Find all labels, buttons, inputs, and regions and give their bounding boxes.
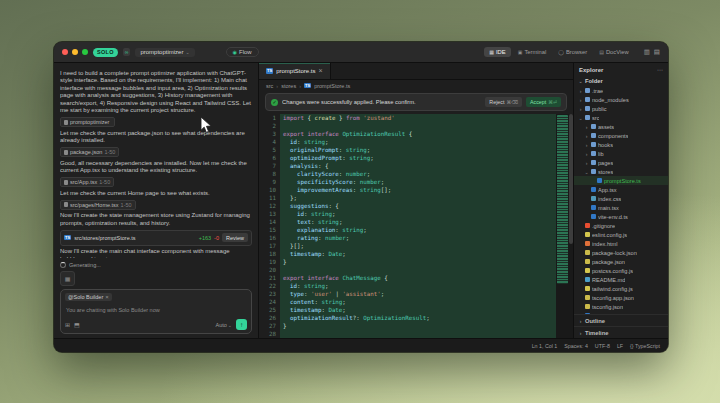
tree-item-index-css[interactable]: index.css xyxy=(574,194,668,203)
tree-item-index-html[interactable]: index.html xyxy=(574,239,668,248)
indentation[interactable]: Spaces: 4 xyxy=(564,343,588,349)
explorer-root[interactable]: ⌄ Folder xyxy=(574,76,668,86)
minimap[interactable] xyxy=(556,114,569,338)
send-button[interactable]: ↑ xyxy=(236,319,247,330)
code-line[interactable]: 12 suggestions: { xyxy=(259,202,556,210)
tree-item-assets[interactable]: ›assets xyxy=(574,122,668,131)
toggle-sidebar-icon[interactable]: ▥ xyxy=(644,48,650,56)
crumb-stores[interactable]: stores xyxy=(281,83,296,89)
timeline-section[interactable]: › Timeline xyxy=(574,326,668,338)
tree-item-promptstore-ts[interactable]: promptStore.ts xyxy=(574,176,668,185)
image-upload-icon[interactable]: ⬒ xyxy=(74,321,80,328)
tab-docview[interactable]: ▤DocView xyxy=(594,47,634,57)
tree-item-pages[interactable]: ›pages xyxy=(574,158,668,167)
tree-item-node-modules[interactable]: ›node_modules xyxy=(574,95,668,104)
code-line[interactable]: 21export interface ChatMessage { xyxy=(259,274,556,282)
reject-button[interactable]: Reject ⌘⌫ xyxy=(485,97,522,107)
code-area[interactable]: 1import { create } from 'zustand'23expor… xyxy=(259,114,573,338)
tree-item-lib[interactable]: ›lib xyxy=(574,149,668,158)
tree-item-hooks[interactable]: ›hooks xyxy=(574,140,668,149)
cursor-position[interactable]: Ln 1, Col 1 xyxy=(532,343,558,349)
code-line[interactable]: 6 optimizedPrompt: string; xyxy=(259,154,556,162)
tree-item-tailwind-config-js[interactable]: tailwind.config.js xyxy=(574,284,668,293)
scrollbar[interactable] xyxy=(569,114,573,338)
diff-card[interactable]: TSsrc/stores/promptStore.ts+163-0Review xyxy=(60,230,252,246)
more-actions-icon[interactable]: ⋯ xyxy=(657,66,663,73)
code-line[interactable]: 18 timestamp: Date; xyxy=(259,250,556,258)
browser-icon: ◯ xyxy=(558,49,564,55)
code-line[interactable]: 27} xyxy=(259,322,556,330)
tree-item-eslint-config-js[interactable]: eslint.config.js xyxy=(574,230,668,239)
file-reference-chip[interactable]: src/App.tsx1-50 xyxy=(60,177,114,187)
file-reference-chip[interactable]: package.json1-50 xyxy=(60,147,119,157)
tree-item-src[interactable]: ⌄src xyxy=(574,113,668,122)
code-line[interactable]: 8 clarityScore: number; xyxy=(259,170,556,178)
code-line[interactable]: 24 content: string; xyxy=(259,298,556,306)
tree-item-app-tsx[interactable]: App.tsx xyxy=(574,185,668,194)
tab-ide[interactable]: ▦IDE xyxy=(484,47,510,57)
maximize-button[interactable] xyxy=(82,49,88,55)
code-line[interactable]: 5 originalPrompt: string; xyxy=(259,146,556,154)
code-line[interactable]: 16 rating: number; xyxy=(259,234,556,242)
code-line[interactable]: 2 xyxy=(259,122,556,130)
tree-item-components[interactable]: ›components xyxy=(574,131,668,140)
code-line[interactable]: 11 }; xyxy=(259,194,556,202)
code-line[interactable]: 25 timestamp: Date; xyxy=(259,306,556,314)
mention-chip[interactable]: @Solo Builder × xyxy=(65,293,112,301)
close-tab-icon[interactable]: × xyxy=(318,68,322,74)
tree-item-tsconfig-app-json[interactable]: tsconfig.app.json xyxy=(574,293,668,302)
scrollbar-thumb[interactable] xyxy=(569,114,573,244)
code-line[interactable]: 19} xyxy=(259,258,556,266)
tree-item-postcss-config-js[interactable]: postcss.config.js xyxy=(574,266,668,275)
mode-selector[interactable]: Auto ⌄ xyxy=(215,322,232,328)
add-context-icon[interactable]: ⊞ xyxy=(65,321,70,328)
file-reference-chip[interactable]: promptoptimizer xyxy=(60,117,115,127)
file-reference-chip[interactable]: src/pages/Home.tsx1-50 xyxy=(60,200,136,210)
crumb-file[interactable]: promptStore.ts xyxy=(314,83,350,89)
language-mode[interactable]: {} TypeScript xyxy=(630,343,660,349)
review-button[interactable]: Review xyxy=(222,233,248,242)
code-line[interactable]: 15 explanation: string; xyxy=(259,226,556,234)
code-line[interactable]: 23 type: 'user' | 'assistant'; xyxy=(259,290,556,298)
tab-browser[interactable]: ◯Browser xyxy=(553,47,592,57)
flow-button[interactable]: ◉ Flow xyxy=(226,47,259,57)
remove-mention-icon[interactable]: × xyxy=(105,295,109,300)
editor-tab[interactable]: TS promptStore.ts × xyxy=(259,63,331,79)
solo-mode-icon[interactable]: ∞ xyxy=(123,48,131,56)
tree-item-vite-env-d-ts[interactable]: vite-env.d.ts xyxy=(574,212,668,221)
outline-section[interactable]: › Outline xyxy=(574,314,668,326)
code-line[interactable]: 28 xyxy=(259,330,556,338)
eol-type[interactable]: LF xyxy=(617,343,623,349)
code-line[interactable]: 13 id: string; xyxy=(259,210,556,218)
minimize-button[interactable] xyxy=(72,49,78,55)
tree-item-main-tsx[interactable]: main.tsx xyxy=(574,203,668,212)
code-line[interactable]: 26 optimizationResult?: OptimizationResu… xyxy=(259,314,556,322)
code-line[interactable]: 4 id: string; xyxy=(259,138,556,146)
tab-terminal[interactable]: ▣Terminal xyxy=(513,47,552,57)
code-line[interactable]: 17 }[]; xyxy=(259,242,556,250)
close-button[interactable] xyxy=(62,49,68,55)
project-tab[interactable]: promptoptimizer ⌄ xyxy=(135,48,194,57)
tree-item-stores[interactable]: ⌄stores xyxy=(574,167,668,176)
tree-item-tsconfig-json[interactable]: tsconfig.json xyxy=(574,302,668,311)
code-line[interactable]: 14 text: string; xyxy=(259,218,556,226)
code-line[interactable]: 3export interface OptimizationResult { xyxy=(259,130,556,138)
toggle-panel-icon[interactable]: ▤ xyxy=(654,48,660,56)
code-line[interactable]: 9 specificityScore: number; xyxy=(259,178,556,186)
chat-input[interactable]: @Solo Builder × You are chatting with So… xyxy=(60,289,252,334)
code-line[interactable]: 10 improvementAreas: string[]; xyxy=(259,186,556,194)
tree-item--trae[interactable]: ›.trae xyxy=(574,86,668,95)
attachment-thumbnail[interactable]: ▦ xyxy=(60,271,75,286)
code-line[interactable]: 20 xyxy=(259,266,556,274)
tree-item-public[interactable]: ›public xyxy=(574,104,668,113)
tree-item--gitignore[interactable]: .gitignore xyxy=(574,221,668,230)
code-line[interactable]: 7 analysis: { xyxy=(259,162,556,170)
tree-item-package-lock-json[interactable]: package-lock.json xyxy=(574,248,668,257)
tree-item-readme-md[interactable]: README.md xyxy=(574,275,668,284)
accept-button[interactable]: Accept ⌘⏎ xyxy=(526,97,561,107)
code-line[interactable]: 22 id: string; xyxy=(259,282,556,290)
encoding[interactable]: UTF-8 xyxy=(595,343,610,349)
crumb-src[interactable]: src xyxy=(266,83,273,89)
code-line[interactable]: 1import { create } from 'zustand' xyxy=(259,114,556,122)
tree-item-package-json[interactable]: package.json xyxy=(574,257,668,266)
